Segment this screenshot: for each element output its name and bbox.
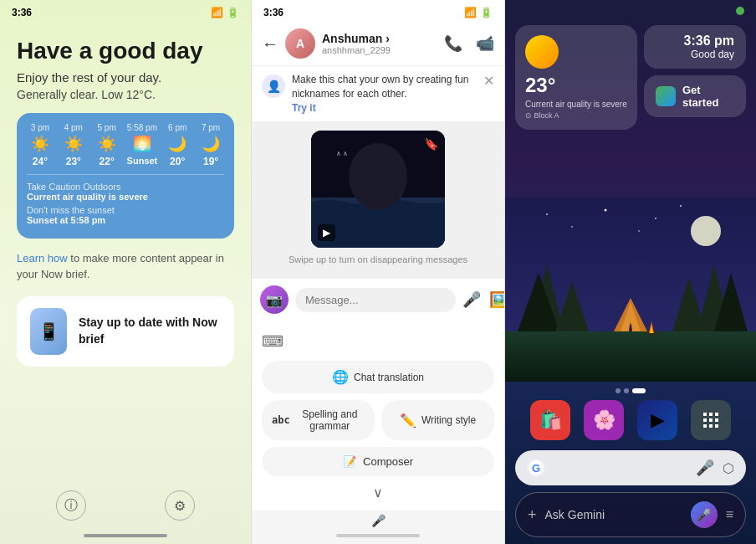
p3-weather-location: ⊙ Block A — [525, 111, 627, 120]
p2-status-icons: 📶 🔋 — [464, 7, 493, 18]
p1-icon-3: 🌅 — [133, 135, 151, 153]
p3-plus-icon[interactable]: + — [528, 506, 537, 524]
p1-weather-col-5: 7 pm 🌙 19° — [197, 123, 224, 167]
p2-header: ← A Anshuman › anshhman_2299 📞 📹 — [252, 22, 504, 66]
p1-weather-text: Generally clear. Low 12°C. — [17, 88, 234, 101]
p2-suggestions: ⌨ 🌐 Chat translation abc Spelling and gr… — [252, 321, 504, 511]
svg-rect-27 — [703, 418, 707, 422]
p2-writing-btn[interactable]: ✏️ Writing style — [381, 400, 494, 440]
p2-chevron-icon[interactable]: ∨ — [373, 485, 383, 500]
p3-greeting: Good day — [656, 49, 734, 60]
p3-gemini-mic-button[interactable]: 🎤 — [691, 501, 718, 528]
p2-writing-label: Writing style — [421, 414, 476, 426]
p2-bookmark-icon[interactable]: 🔖 — [424, 137, 438, 151]
p2-banner: 👤 Make this chat your own by creating fu… — [252, 66, 504, 122]
svg-rect-28 — [709, 418, 713, 422]
p3-search-lens-icon[interactable]: ⬡ — [723, 460, 734, 476]
p2-composer-btn[interactable]: 📝 Composer — [262, 447, 494, 476]
p2-back-button[interactable]: ← — [262, 34, 278, 54]
p1-sunset-value: Sunset at 5:58 pm — [27, 215, 224, 225]
p1-temp-0: 24° — [33, 156, 48, 167]
p2-contact-username: anshhman_2299 — [322, 45, 437, 55]
p2-mic-icon[interactable]: 🎤 — [462, 290, 481, 309]
p1-temp-1: 23° — [66, 156, 81, 167]
p2-contact-name: Anshuman › — [322, 32, 437, 45]
p3-weather-widget: 23° Current air quality is severe ⊙ Bloc… — [515, 25, 637, 130]
p2-keyboard-icon: ⌨ — [252, 326, 504, 357]
p3-google-search-bar[interactable]: G 🎤 ⬡ — [515, 450, 746, 485]
p2-call-icon[interactable]: 📞 — [444, 34, 462, 53]
p1-alert-value: Current air quality is severe — [27, 192, 224, 202]
p2-composer-icon: 📝 — [343, 455, 356, 468]
svg-rect-30 — [703, 424, 707, 428]
p2-banner-icon: 👤 — [262, 74, 285, 98]
p1-learn-text: Learn how to make more content appear in… — [17, 250, 234, 283]
p3-bars-icon[interactable]: ≡ — [726, 507, 733, 522]
p3-weather-desc: Current air quality is severe — [525, 99, 627, 110]
p2-mic-row: 🎤 — [252, 511, 504, 531]
p2-suggestion-row-1: 🌐 Chat translation — [252, 357, 504, 397]
p1-info-button[interactable]: ⓘ — [56, 490, 86, 521]
p2-banner-close[interactable]: ✕ — [483, 73, 494, 89]
p3-app-flower[interactable]: 🌸 — [584, 400, 624, 440]
p1-time-1: 4 pm — [64, 123, 83, 132]
p1-now-card[interactable]: 📱 Stay up to date with Now brief — [17, 296, 234, 367]
svg-point-22 — [680, 205, 682, 207]
svg-rect-31 — [709, 424, 713, 428]
p1-content: Have a good day Enjoy the rest of your d… — [0, 22, 251, 482]
p2-message-input[interactable] — [295, 288, 456, 312]
p1-icon-5: 🌙 — [202, 135, 220, 153]
p1-now-icon: 📱 — [30, 308, 67, 355]
svg-point-23 — [638, 230, 640, 232]
p1-greeting: Have a good day — [17, 37, 234, 65]
p2-battery-icon: 🔋 — [480, 7, 493, 18]
p2-video-icon[interactable]: 📹 — [476, 34, 494, 53]
svg-point-12 — [691, 216, 721, 246]
p1-time-2: 5 pm — [98, 123, 116, 132]
p1-wifi-icon: 📶 — [211, 7, 223, 18]
svg-point-2 — [349, 143, 407, 210]
panel2-screen: 3:36 📶 🔋 ← A Anshuman › anshhman_2299 📞 … — [251, 0, 505, 544]
p1-divider — [27, 174, 224, 175]
p3-app-shop[interactable]: 🛍️ — [530, 400, 570, 440]
p2-banner-link[interactable]: Try it — [292, 102, 316, 114]
p3-right-widgets: 3:36 pm Good day Get started — [644, 25, 746, 130]
p2-input-icons: 🎤 🖼️ 😊 ⊕ — [462, 290, 505, 309]
p3-app-play[interactable]: ▶ — [637, 400, 677, 440]
svg-rect-5 — [505, 331, 756, 382]
p1-temp-3: Sunset — [127, 156, 158, 166]
p2-translation-label: Chat translation — [354, 372, 424, 383]
svg-text:∧ ∧: ∧ ∧ — [336, 150, 348, 157]
p1-status-icons: 📶 🔋 — [211, 7, 239, 18]
p3-status-dot — [736, 7, 744, 15]
p3-app-grid[interactable] — [691, 400, 731, 440]
p1-icon-2: ☀️ — [98, 135, 116, 153]
p2-spelling-btn[interactable]: abc Spelling and grammar — [262, 400, 375, 440]
p2-contact-info: Anshuman › anshhman_2299 — [322, 32, 437, 55]
p3-dot-0 — [616, 388, 621, 393]
p2-banner-text: Make this chat your own by creating fun … — [292, 73, 477, 115]
p1-time-5: 7 pm — [202, 123, 220, 132]
svg-rect-26 — [715, 413, 718, 416]
p2-photo-icon[interactable]: 🖼️ — [489, 290, 505, 309]
p2-play-icon[interactable]: ▶ — [318, 224, 335, 241]
p1-weather-col-3: 5:58 pm 🌅 Sunset — [127, 123, 158, 167]
p2-spelling-icon: abc — [272, 414, 290, 426]
p3-sun-icon — [525, 35, 559, 69]
p2-composer-row: 📝 Composer — [252, 444, 504, 480]
p1-learn-link[interactable]: Learn how — [17, 252, 68, 264]
p3-search-mic-icon[interactable]: 🎤 — [696, 459, 714, 477]
p3-time-widget: 3:36 pm Good day — [644, 25, 746, 69]
p1-weather-row: 3 pm ☀️ 24° 4 pm ☀️ 23° 5 pm ☀️ 22° 5:58… — [27, 123, 224, 167]
p3-app-row: 🛍️ 🌸 ▶ — [505, 400, 756, 440]
p3-gemini-widget[interactable]: Get started — [644, 75, 746, 117]
p2-writing-icon: ✏️ — [400, 413, 416, 429]
p2-chat-translation-btn[interactable]: 🌐 Chat translation — [262, 361, 494, 393]
p3-scene — [505, 136, 756, 382]
p1-temp-2: 22° — [100, 156, 115, 167]
p1-settings-button[interactable]: ⚙ — [165, 490, 195, 521]
svg-rect-25 — [709, 413, 713, 416]
p2-camera-button[interactable]: 📷 — [260, 285, 289, 314]
p3-gemini-bar[interactable]: + Ask Gemini 🎤 ≡ — [515, 492, 746, 537]
p2-chat-image: 🔖 ∧ ∧ ▶ — [311, 131, 445, 248]
